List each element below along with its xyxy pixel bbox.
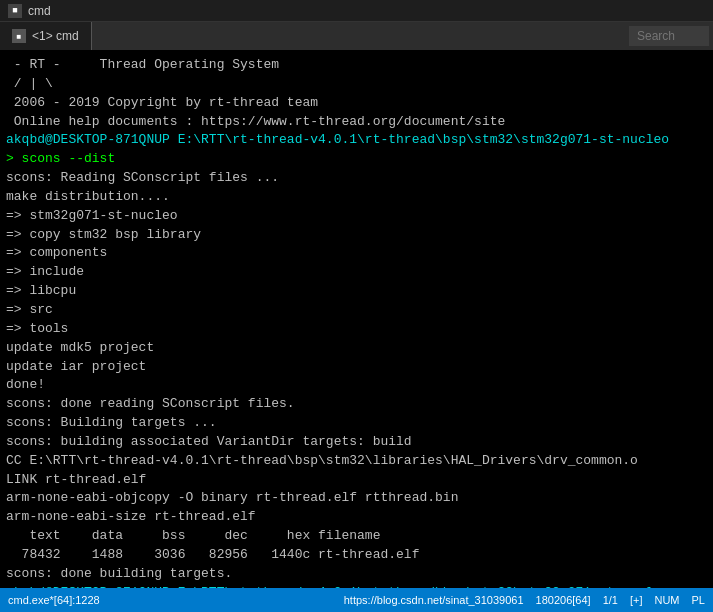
search-input[interactable] — [629, 26, 709, 46]
title-bar-icon: ■ — [8, 4, 22, 18]
terminal-line: scons: Building targets ... — [6, 414, 707, 433]
terminal-line: scons: building associated VariantDir ta… — [6, 433, 707, 452]
tab-label: <1> cmd — [32, 29, 79, 43]
terminal-line: CC E:\RTT\rt-thread-v4.0.1\rt-thread\bsp… — [6, 452, 707, 471]
tab-icon: ■ — [12, 29, 26, 43]
terminal-line: - RT - Thread Operating System — [6, 56, 707, 75]
cmd-tab[interactable]: ■ <1> cmd — [0, 22, 92, 50]
terminal-line: => src — [6, 301, 707, 320]
title-bar: ■ cmd — [0, 0, 713, 22]
terminal-line: arm-none-eabi-size rt-thread.elf — [6, 508, 707, 527]
position-info: 180206[64] — [536, 594, 591, 606]
terminal-line: make distribution.... — [6, 188, 707, 207]
page-info: 1/1 — [603, 594, 618, 606]
terminal-area: - RT - Thread Operating System / | \ 200… — [0, 50, 713, 588]
terminal-line: arm-none-eabi-objcopy -O binary rt-threa… — [6, 489, 707, 508]
mode-plus: [+] — [630, 594, 643, 606]
terminal-line: done! — [6, 376, 707, 395]
terminal-line: scons: done building targets. — [6, 565, 707, 584]
terminal-line: Online help documents : https://www.rt-t… — [6, 113, 707, 132]
status-bar: cmd.exe*[64]:1228 https://blog.csdn.net/… — [0, 588, 713, 612]
status-right: https://blog.csdn.net/sinat_31039061 180… — [344, 594, 705, 606]
title-bar-title: cmd — [28, 4, 51, 18]
status-left: cmd.exe*[64]:1228 — [8, 594, 100, 606]
terminal-line: => include — [6, 263, 707, 282]
status-cmd-text: cmd.exe*[64]:1228 — [8, 594, 100, 606]
terminal-line: > scons --dist — [6, 150, 707, 169]
num-mode: NUM — [654, 594, 679, 606]
terminal-line: 78432 1488 3036 82956 1440c rt-thread.el… — [6, 546, 707, 565]
terminal-line: scons: Reading SConscript files ... — [6, 169, 707, 188]
terminal-line: LINK rt-thread.elf — [6, 471, 707, 490]
terminal-line: text data bss dec hex filename — [6, 527, 707, 546]
terminal-line: update mdk5 project — [6, 339, 707, 358]
terminal-line: / | \ — [6, 75, 707, 94]
terminal-line: => copy stm32 bsp library — [6, 226, 707, 245]
terminal-line: update iar project — [6, 358, 707, 377]
terminal-line: => tools — [6, 320, 707, 339]
terminal-line: scons: done reading SConscript files. — [6, 395, 707, 414]
terminal-line: akqbd@DESKTOP-871QNUP E:\RTT\rt-thread-v… — [6, 584, 707, 588]
terminal-line: 2006 - 2019 Copyright by rt-thread team — [6, 94, 707, 113]
terminal-line: => stm32g071-st-nucleo — [6, 207, 707, 226]
terminal-line: akqbd@DESKTOP-871QNUP E:\RTT\rt-thread-v… — [6, 131, 707, 150]
blog-link: https://blog.csdn.net/sinat_31039061 — [344, 594, 524, 606]
pl-mode: PL — [692, 594, 705, 606]
terminal-line: => libcpu — [6, 282, 707, 301]
terminal-line: => components — [6, 244, 707, 263]
tab-bar: ■ <1> cmd — [0, 22, 713, 50]
